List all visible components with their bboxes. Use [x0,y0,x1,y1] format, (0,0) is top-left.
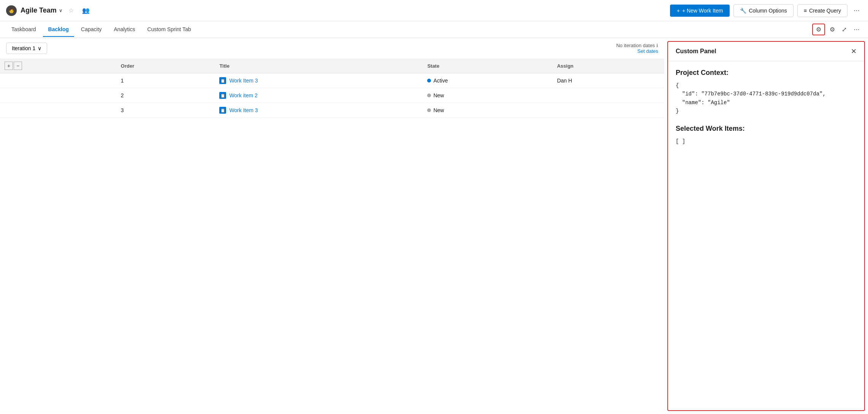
remove-row-button[interactable]: − [14,62,22,70]
state-dot-icon [427,79,431,82]
column-options-label: Column Options [749,8,787,14]
row-order: 3 [116,103,215,118]
add-row-button[interactable]: + [5,62,13,70]
table-row: 2 📋 Work item 2 New [0,88,664,103]
expand-button[interactable]: ⤢ [839,24,849,35]
col-header-assign: Assign [553,59,664,73]
row-order: 2 [116,88,215,103]
tab-custom-sprint[interactable]: Custom Sprint Tab [142,22,196,37]
new-work-item-button[interactable]: + + New Work Item [670,5,730,17]
panel-title: Custom Panel [676,48,716,55]
tab-taskboard[interactable]: Taskboard [6,22,41,37]
tab-list: Taskboard Backlog Capacity Analytics Cus… [6,22,196,37]
backlog-table: + − Order Title State Assign 1 📋 Work It… [0,59,664,118]
row-checkbox-cell [0,73,116,88]
members-button[interactable]: 👥 [80,5,92,16]
content-area: Iteration 1 ∨ No iteration dates ℹ Set d… [0,38,868,414]
team-avatar-icon: 🧑 [6,5,17,16]
project-context-json: { "id": "77b7e9bc-37d0-4771-839c-919d9dd… [676,81,857,116]
row-state: New [423,88,552,103]
table-header-row: + − Order Title State Assign [0,59,664,73]
filter-button[interactable]: ⚙ [812,24,825,35]
custom-panel: Custom Panel ✕ Project Context: { "id": … [667,41,865,411]
col-header-title: Title [215,59,423,73]
state-dot-icon [427,94,431,97]
more-tab-options-button[interactable]: ⋯ [851,24,862,35]
no-dates-row: No iteration dates ℹ [616,43,658,48]
state-text: New [433,107,444,113]
more-options-button[interactable]: ⋯ [851,5,862,16]
create-query-button[interactable]: ≡ Create Query [797,4,847,17]
iteration-selector-button[interactable]: Iteration 1 ∨ [6,43,47,54]
work-item-title-text[interactable]: Work Item 3 [229,107,258,113]
table-row: 3 📋 Work Item 3 New [0,103,664,118]
iteration-dropdown-icon: ∨ [38,45,41,51]
panel-header: Custom Panel ✕ [668,42,864,61]
team-chevron-icon: ∨ [59,8,62,13]
row-state: New [423,103,552,118]
state-dot-icon [427,108,431,112]
settings-button[interactable]: ⚙ [827,24,837,35]
set-dates-link[interactable]: Set dates [637,48,658,54]
column-options-icon: 🔧 [740,8,746,14]
tab-analytics[interactable]: Analytics [109,22,141,37]
row-assignee [553,88,664,103]
plus-icon: + [677,8,680,14]
top-bar-left: 🧑 Agile Team ∨ ☆ 👥 [6,5,92,16]
selected-items-value: [ ] [676,137,857,146]
team-name-label: Agile Team [21,6,57,14]
iteration-bar: Iteration 1 ∨ No iteration dates ℹ Set d… [0,38,664,59]
panel-body: Project Context: { "id": "77b7e9bc-37d0-… [668,61,864,162]
row-title[interactable]: 📋 Work Item 3 [215,103,423,118]
tab-capacity[interactable]: Capacity [76,22,107,37]
iteration-info: No iteration dates ℹ Set dates [616,43,658,54]
state-text: New [433,92,444,98]
row-title[interactable]: 📋 Work item 2 [215,88,423,103]
work-item-icon: 📋 [219,77,226,84]
project-context-heading: Project Context: [676,69,857,77]
favorite-button[interactable]: ☆ [66,5,76,16]
col-header-state: State [423,59,552,73]
row-title[interactable]: 📋 Work Item 3 [215,73,423,88]
info-icon: ℹ [656,43,658,48]
tab-backlog[interactable]: Backlog [43,22,74,37]
top-bar: 🧑 Agile Team ∨ ☆ 👥 + + New Work Item 🔧 C… [0,0,868,21]
tab-nav-actions: ⚙ ⚙ ⤢ ⋯ [812,24,862,35]
new-work-item-label: + New Work Item [682,8,723,14]
row-assignee [553,103,664,118]
table-row: 1 📋 Work Item 3 Active Dan H [0,73,664,88]
row-state: Active [423,73,552,88]
column-options-button[interactable]: 🔧 Column Options [733,4,793,17]
work-item-title-text[interactable]: Work item 2 [229,92,257,98]
left-panel: Iteration 1 ∨ No iteration dates ℹ Set d… [0,38,664,414]
work-item-icon: 📋 [219,107,226,114]
no-dates-text: No iteration dates [616,43,655,48]
work-item-icon: 📋 [219,92,226,99]
row-order: 1 [116,73,215,88]
col-header-order: Order [116,59,215,73]
row-checkbox-cell [0,103,116,118]
state-text: Active [433,78,448,84]
selected-items-heading: Selected Work Items: [676,125,857,133]
col-header-add-remove: + − [0,59,116,73]
tab-navigation: Taskboard Backlog Capacity Analytics Cus… [0,21,868,38]
iteration-label: Iteration 1 [12,45,35,51]
top-bar-actions: + + New Work Item 🔧 Column Options ≡ Cre… [670,4,862,17]
create-query-label: Create Query [809,8,841,14]
work-item-title-text[interactable]: Work Item 3 [229,78,258,84]
row-assignee: Dan H [553,73,664,88]
create-query-icon: ≡ [804,8,807,14]
row-checkbox-cell [0,88,116,103]
team-name[interactable]: Agile Team ∨ [21,6,62,14]
panel-close-button[interactable]: ✕ [851,48,857,55]
